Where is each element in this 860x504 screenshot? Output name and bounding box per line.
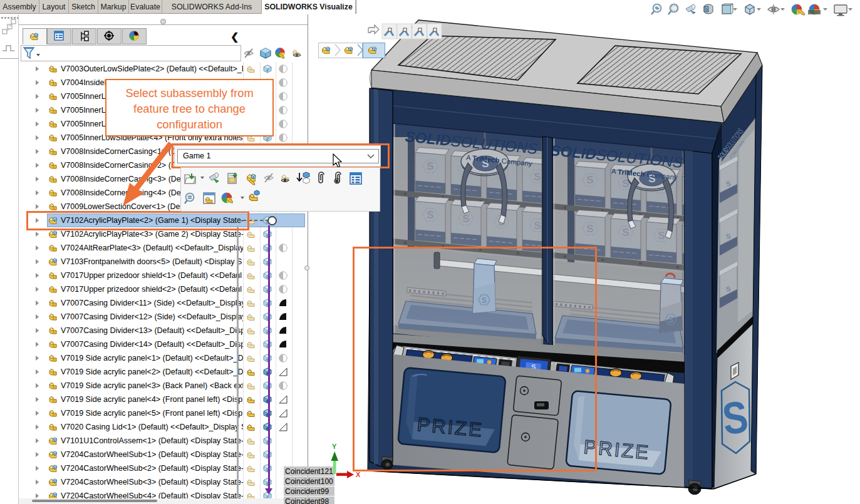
svg-text:Y: Y [332,443,337,450]
svg-text:X: X [356,471,361,478]
